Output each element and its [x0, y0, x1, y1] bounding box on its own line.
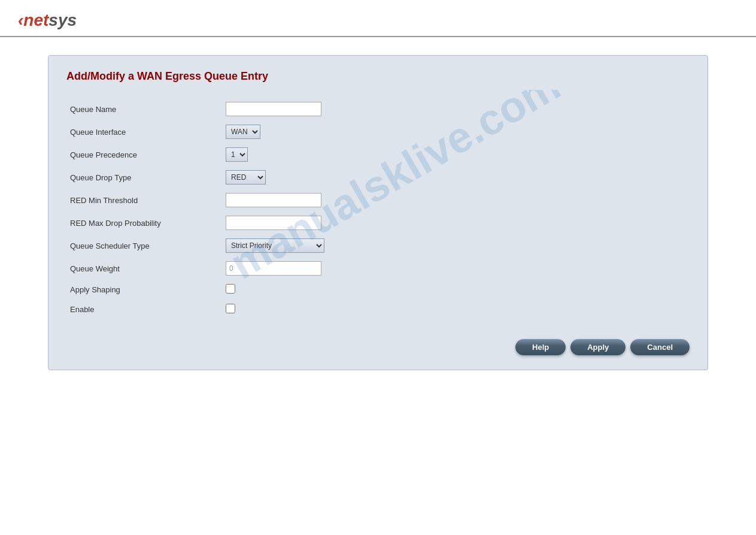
red-max-drop-probability-input[interactable] — [226, 216, 321, 230]
red-min-threshold-row: RED Min Threshold — [66, 191, 690, 210]
red-min-threshold-input[interactable] — [226, 193, 321, 207]
queue-name-label: Queue Name — [66, 99, 222, 119]
logo-arrow: ‹ — [18, 11, 23, 30]
queue-weight-label: Queue Weight — [66, 259, 222, 278]
apply-shaping-label: Apply Shaping — [66, 282, 222, 298]
queue-weight-row: Queue Weight — [66, 259, 690, 278]
red-min-threshold-field[interactable] — [222, 191, 690, 210]
button-row: Help Apply Cancel — [66, 333, 690, 355]
queue-drop-type-row: Queue Drop Type RED TAIL WRED — [66, 168, 690, 187]
form-table: Queue Name Queue Interface WAN LAN Queue… — [66, 96, 690, 321]
queue-precedence-label: Queue Precedence — [66, 145, 222, 164]
enable-label: Enable — [66, 301, 222, 318]
apply-shaping-checkbox[interactable] — [226, 284, 235, 294]
queue-drop-type-label: Queue Drop Type — [66, 168, 222, 187]
form-container: Add/Modify a WAN Egress Queue Entry Queu… — [48, 55, 708, 370]
queue-precedence-field[interactable]: 1 2 3 4 5 6 7 8 — [222, 145, 690, 164]
enable-row: Enable — [66, 301, 690, 318]
queue-precedence-select[interactable]: 1 2 3 4 5 6 7 8 — [226, 147, 248, 162]
queue-name-field[interactable] — [222, 99, 690, 119]
apply-button[interactable]: Apply — [570, 339, 626, 355]
queue-drop-type-select[interactable]: RED TAIL WRED — [226, 170, 266, 185]
red-min-threshold-label: RED Min Threshold — [66, 191, 222, 210]
enable-field[interactable] — [222, 301, 690, 318]
queue-scheduler-type-label: Queue Scheduler Type — [66, 236, 222, 255]
enable-checkbox[interactable] — [226, 304, 235, 313]
queue-name-row: Queue Name — [66, 99, 690, 119]
queue-precedence-row: Queue Precedence 1 2 3 4 5 6 7 8 — [66, 145, 690, 164]
queue-name-input[interactable] — [226, 102, 321, 116]
red-max-drop-probability-field[interactable] — [222, 213, 690, 232]
logo-net: net — [23, 11, 48, 30]
queue-interface-row: Queue Interface WAN LAN — [66, 122, 690, 141]
red-max-drop-probability-label: RED Max Drop Probability — [66, 213, 222, 232]
form-title: Add/Modify a WAN Egress Queue Entry — [66, 70, 690, 83]
logo-sys: sys — [48, 11, 77, 30]
queue-interface-select[interactable]: WAN LAN — [226, 125, 260, 139]
apply-shaping-row: Apply Shaping — [66, 282, 690, 298]
apply-shaping-field[interactable] — [222, 282, 690, 298]
queue-scheduler-type-select[interactable]: Strict Priority Weighted Fair Queue WRR — [226, 238, 324, 253]
queue-scheduler-type-field[interactable]: Strict Priority Weighted Fair Queue WRR — [222, 236, 690, 255]
queue-interface-field[interactable]: WAN LAN — [222, 122, 690, 141]
queue-weight-field[interactable] — [222, 259, 690, 278]
help-button[interactable]: Help — [515, 339, 566, 355]
queue-weight-input[interactable] — [226, 261, 321, 276]
red-max-drop-probability-row: RED Max Drop Probability — [66, 213, 690, 232]
header: ‹netsys — [0, 0, 756, 37]
cancel-button[interactable]: Cancel — [630, 339, 690, 355]
queue-drop-type-field[interactable]: RED TAIL WRED — [222, 168, 690, 187]
queue-interface-label: Queue Interface — [66, 122, 222, 141]
logo: ‹netsys — [18, 11, 77, 30]
queue-scheduler-type-row: Queue Scheduler Type Strict Priority Wei… — [66, 236, 690, 255]
